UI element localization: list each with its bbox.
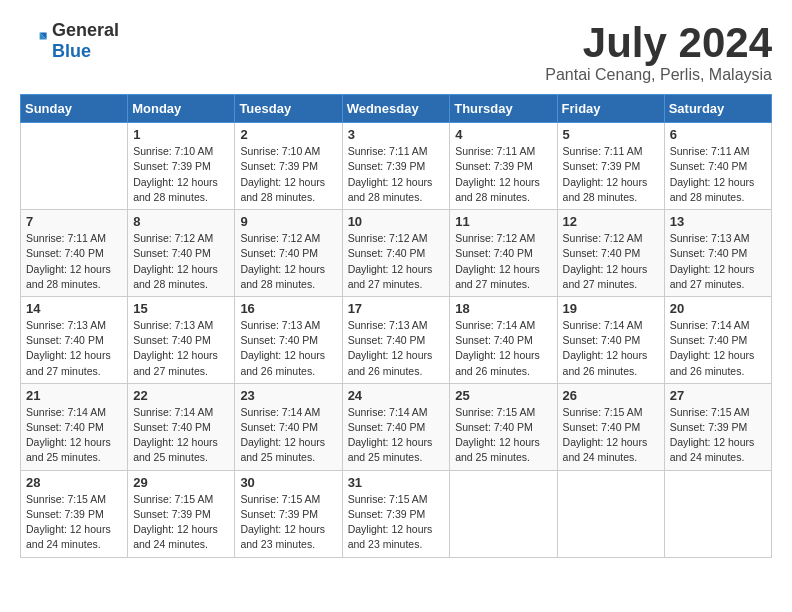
day-info: Sunrise: 7:15 AM Sunset: 7:39 PM Dayligh… bbox=[240, 492, 336, 553]
calendar-cell: 9Sunrise: 7:12 AM Sunset: 7:40 PM Daylig… bbox=[235, 210, 342, 297]
day-number: 21 bbox=[26, 388, 122, 403]
day-number: 25 bbox=[455, 388, 551, 403]
day-info: Sunrise: 7:15 AM Sunset: 7:40 PM Dayligh… bbox=[455, 405, 551, 466]
day-number: 20 bbox=[670, 301, 766, 316]
day-info: Sunrise: 7:14 AM Sunset: 7:40 PM Dayligh… bbox=[455, 318, 551, 379]
day-number: 1 bbox=[133, 127, 229, 142]
svg-rect-0 bbox=[20, 27, 48, 55]
month-title: July 2024 bbox=[545, 20, 772, 66]
day-number: 14 bbox=[26, 301, 122, 316]
day-info: Sunrise: 7:13 AM Sunset: 7:40 PM Dayligh… bbox=[670, 231, 766, 292]
calendar-cell: 18Sunrise: 7:14 AM Sunset: 7:40 PM Dayli… bbox=[450, 296, 557, 383]
calendar-cell: 13Sunrise: 7:13 AM Sunset: 7:40 PM Dayli… bbox=[664, 210, 771, 297]
day-number: 23 bbox=[240, 388, 336, 403]
day-info: Sunrise: 7:11 AM Sunset: 7:39 PM Dayligh… bbox=[563, 144, 659, 205]
day-info: Sunrise: 7:12 AM Sunset: 7:40 PM Dayligh… bbox=[563, 231, 659, 292]
day-number: 28 bbox=[26, 475, 122, 490]
day-number: 26 bbox=[563, 388, 659, 403]
calendar-cell: 24Sunrise: 7:14 AM Sunset: 7:40 PM Dayli… bbox=[342, 383, 450, 470]
calendar-cell bbox=[557, 470, 664, 557]
day-number: 17 bbox=[348, 301, 445, 316]
day-info: Sunrise: 7:13 AM Sunset: 7:40 PM Dayligh… bbox=[26, 318, 122, 379]
day-number: 4 bbox=[455, 127, 551, 142]
calendar-cell: 27Sunrise: 7:15 AM Sunset: 7:39 PM Dayli… bbox=[664, 383, 771, 470]
calendar-cell: 11Sunrise: 7:12 AM Sunset: 7:40 PM Dayli… bbox=[450, 210, 557, 297]
day-number: 22 bbox=[133, 388, 229, 403]
logo-text: General Blue bbox=[52, 20, 119, 62]
day-number: 3 bbox=[348, 127, 445, 142]
day-info: Sunrise: 7:14 AM Sunset: 7:40 PM Dayligh… bbox=[133, 405, 229, 466]
day-number: 2 bbox=[240, 127, 336, 142]
calendar-cell: 30Sunrise: 7:15 AM Sunset: 7:39 PM Dayli… bbox=[235, 470, 342, 557]
calendar-cell: 2Sunrise: 7:10 AM Sunset: 7:39 PM Daylig… bbox=[235, 123, 342, 210]
day-info: Sunrise: 7:10 AM Sunset: 7:39 PM Dayligh… bbox=[240, 144, 336, 205]
logo-icon bbox=[20, 27, 48, 55]
day-info: Sunrise: 7:12 AM Sunset: 7:40 PM Dayligh… bbox=[133, 231, 229, 292]
day-number: 10 bbox=[348, 214, 445, 229]
day-number: 27 bbox=[670, 388, 766, 403]
calendar-cell: 22Sunrise: 7:14 AM Sunset: 7:40 PM Dayli… bbox=[128, 383, 235, 470]
dow-saturday: Saturday bbox=[664, 95, 771, 123]
calendar-cell: 28Sunrise: 7:15 AM Sunset: 7:39 PM Dayli… bbox=[21, 470, 128, 557]
calendar-cell: 29Sunrise: 7:15 AM Sunset: 7:39 PM Dayli… bbox=[128, 470, 235, 557]
day-number: 6 bbox=[670, 127, 766, 142]
logo-general: General bbox=[52, 20, 119, 40]
day-info: Sunrise: 7:11 AM Sunset: 7:40 PM Dayligh… bbox=[26, 231, 122, 292]
dow-sunday: Sunday bbox=[21, 95, 128, 123]
day-info: Sunrise: 7:11 AM Sunset: 7:39 PM Dayligh… bbox=[455, 144, 551, 205]
day-info: Sunrise: 7:15 AM Sunset: 7:39 PM Dayligh… bbox=[133, 492, 229, 553]
calendar-cell: 20Sunrise: 7:14 AM Sunset: 7:40 PM Dayli… bbox=[664, 296, 771, 383]
day-number: 30 bbox=[240, 475, 336, 490]
day-info: Sunrise: 7:10 AM Sunset: 7:39 PM Dayligh… bbox=[133, 144, 229, 205]
day-number: 29 bbox=[133, 475, 229, 490]
dow-friday: Friday bbox=[557, 95, 664, 123]
calendar-cell: 1Sunrise: 7:10 AM Sunset: 7:39 PM Daylig… bbox=[128, 123, 235, 210]
day-number: 24 bbox=[348, 388, 445, 403]
dow-monday: Monday bbox=[128, 95, 235, 123]
day-info: Sunrise: 7:12 AM Sunset: 7:40 PM Dayligh… bbox=[348, 231, 445, 292]
day-number: 13 bbox=[670, 214, 766, 229]
day-info: Sunrise: 7:15 AM Sunset: 7:39 PM Dayligh… bbox=[348, 492, 445, 553]
calendar-cell: 23Sunrise: 7:14 AM Sunset: 7:40 PM Dayli… bbox=[235, 383, 342, 470]
day-info: Sunrise: 7:14 AM Sunset: 7:40 PM Dayligh… bbox=[348, 405, 445, 466]
day-info: Sunrise: 7:15 AM Sunset: 7:40 PM Dayligh… bbox=[563, 405, 659, 466]
day-info: Sunrise: 7:13 AM Sunset: 7:40 PM Dayligh… bbox=[133, 318, 229, 379]
day-number: 19 bbox=[563, 301, 659, 316]
calendar-cell: 5Sunrise: 7:11 AM Sunset: 7:39 PM Daylig… bbox=[557, 123, 664, 210]
calendar-cell: 14Sunrise: 7:13 AM Sunset: 7:40 PM Dayli… bbox=[21, 296, 128, 383]
day-info: Sunrise: 7:11 AM Sunset: 7:39 PM Dayligh… bbox=[348, 144, 445, 205]
calendar-cell: 26Sunrise: 7:15 AM Sunset: 7:40 PM Dayli… bbox=[557, 383, 664, 470]
day-of-week-header: SundayMondayTuesdayWednesdayThursdayFrid… bbox=[21, 95, 772, 123]
calendar-cell: 25Sunrise: 7:15 AM Sunset: 7:40 PM Dayli… bbox=[450, 383, 557, 470]
day-info: Sunrise: 7:14 AM Sunset: 7:40 PM Dayligh… bbox=[563, 318, 659, 379]
calendar-cell: 12Sunrise: 7:12 AM Sunset: 7:40 PM Dayli… bbox=[557, 210, 664, 297]
day-info: Sunrise: 7:13 AM Sunset: 7:40 PM Dayligh… bbox=[348, 318, 445, 379]
calendar-week-3: 14Sunrise: 7:13 AM Sunset: 7:40 PM Dayli… bbox=[21, 296, 772, 383]
location-title: Pantai Cenang, Perlis, Malaysia bbox=[545, 66, 772, 84]
calendar-cell bbox=[21, 123, 128, 210]
day-number: 31 bbox=[348, 475, 445, 490]
logo-blue: Blue bbox=[52, 41, 91, 61]
day-number: 12 bbox=[563, 214, 659, 229]
day-info: Sunrise: 7:12 AM Sunset: 7:40 PM Dayligh… bbox=[240, 231, 336, 292]
calendar-cell: 6Sunrise: 7:11 AM Sunset: 7:40 PM Daylig… bbox=[664, 123, 771, 210]
day-number: 7 bbox=[26, 214, 122, 229]
calendar-cell: 15Sunrise: 7:13 AM Sunset: 7:40 PM Dayli… bbox=[128, 296, 235, 383]
logo: General Blue bbox=[20, 20, 119, 62]
calendar-cell: 21Sunrise: 7:14 AM Sunset: 7:40 PM Dayli… bbox=[21, 383, 128, 470]
day-number: 18 bbox=[455, 301, 551, 316]
dow-wednesday: Wednesday bbox=[342, 95, 450, 123]
day-number: 8 bbox=[133, 214, 229, 229]
calendar-cell: 7Sunrise: 7:11 AM Sunset: 7:40 PM Daylig… bbox=[21, 210, 128, 297]
day-info: Sunrise: 7:13 AM Sunset: 7:40 PM Dayligh… bbox=[240, 318, 336, 379]
calendar-table: SundayMondayTuesdayWednesdayThursdayFrid… bbox=[20, 94, 772, 557]
calendar-cell: 8Sunrise: 7:12 AM Sunset: 7:40 PM Daylig… bbox=[128, 210, 235, 297]
day-number: 15 bbox=[133, 301, 229, 316]
calendar-cell: 4Sunrise: 7:11 AM Sunset: 7:39 PM Daylig… bbox=[450, 123, 557, 210]
day-info: Sunrise: 7:12 AM Sunset: 7:40 PM Dayligh… bbox=[455, 231, 551, 292]
day-number: 5 bbox=[563, 127, 659, 142]
day-info: Sunrise: 7:11 AM Sunset: 7:40 PM Dayligh… bbox=[670, 144, 766, 205]
dow-thursday: Thursday bbox=[450, 95, 557, 123]
dow-tuesday: Tuesday bbox=[235, 95, 342, 123]
calendar-cell: 17Sunrise: 7:13 AM Sunset: 7:40 PM Dayli… bbox=[342, 296, 450, 383]
